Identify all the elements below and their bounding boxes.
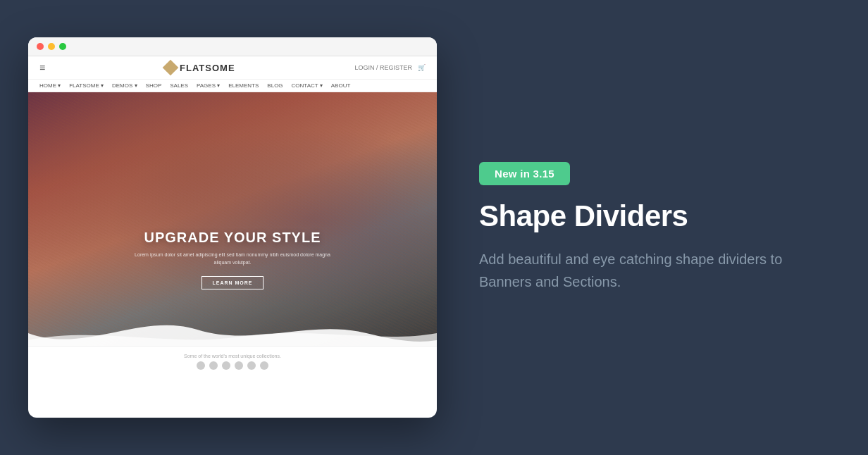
social-icon-6: [260, 361, 268, 370]
social-icon-1: [197, 361, 205, 370]
feature-title: Shape Dividers: [479, 199, 826, 233]
cart-icon: 🛒: [418, 64, 426, 71]
social-icon-4: [235, 361, 243, 370]
browser-dot-close: [37, 43, 44, 50]
site-nav: HOME ▾ FLATSOME ▾ DEMOS ▾ SHOP SALES PAG…: [28, 80, 437, 92]
nav-pages: PAGES ▾: [197, 82, 220, 89]
nav-contact: CONTACT ▾: [292, 82, 323, 89]
info-panel: New in 3.15 Shape Dividers Add beautiful…: [451, 120, 868, 335]
hamburger-icon: ≡: [39, 62, 45, 73]
footer-text: Some of the world's most unique collecti…: [39, 354, 426, 359]
feature-description: Add beautiful and eye catching shape div…: [479, 248, 826, 293]
login-register-link: LOGIN / REGISTER: [354, 64, 412, 71]
nav-sales: SALES: [170, 82, 188, 89]
hero-learn-more-button[interactable]: LEARN MORE: [202, 276, 263, 289]
version-badge: New in 3.15: [479, 162, 570, 185]
browser-content: ≡ FLATSOME LOGIN / REGISTER 🛒 HOME ▾ FLA…: [28, 56, 437, 418]
nav-actions: LOGIN / REGISTER 🛒: [354, 64, 426, 71]
social-icon-3: [222, 361, 230, 370]
browser-side: ≡ FLATSOME LOGIN / REGISTER 🛒 HOME ▾ FLA…: [0, 0, 451, 455]
social-icon-2: [209, 361, 218, 370]
hero-subtitle: Lorem ipsum dolor sit amet adipiscing el…: [127, 251, 338, 266]
social-icons: [39, 361, 426, 370]
browser-dot-maximize: [59, 43, 66, 50]
nav-blog: BLOG: [267, 82, 283, 89]
nav-demos: DEMOS ▾: [112, 82, 137, 89]
browser-chrome-bar: [28, 37, 437, 56]
logo-text: FLATSOME: [180, 63, 235, 73]
logo-diamond-icon: [163, 60, 179, 76]
nav-elements: ELEMENTS: [228, 82, 259, 89]
site-hero: UPGRADE YOUR STYLE Lorem ipsum dolor sit…: [28, 92, 437, 346]
social-icon-5: [247, 361, 256, 370]
page-container: ≡ FLATSOME LOGIN / REGISTER 🛒 HOME ▾ FLA…: [0, 0, 868, 455]
site-navbar: ≡ FLATSOME LOGIN / REGISTER 🛒: [28, 56, 437, 80]
hero-title: UPGRADE YOUR STYLE: [127, 229, 338, 246]
wave-shape-divider: [28, 305, 437, 346]
nav-shop: SHOP: [146, 82, 162, 89]
nav-about: ABOUT: [331, 82, 351, 89]
site-logo: FLATSOME: [165, 62, 235, 73]
site-footer: Some of the world's most unique collecti…: [28, 346, 437, 377]
browser-mockup: ≡ FLATSOME LOGIN / REGISTER 🛒 HOME ▾ FLA…: [28, 37, 437, 418]
browser-dot-minimize: [48, 43, 55, 50]
nav-home: HOME ▾: [39, 82, 61, 89]
hero-text-content: UPGRADE YOUR STYLE Lorem ipsum dolor sit…: [127, 229, 338, 289]
nav-flatsome: FLATSOME ▾: [69, 82, 104, 89]
